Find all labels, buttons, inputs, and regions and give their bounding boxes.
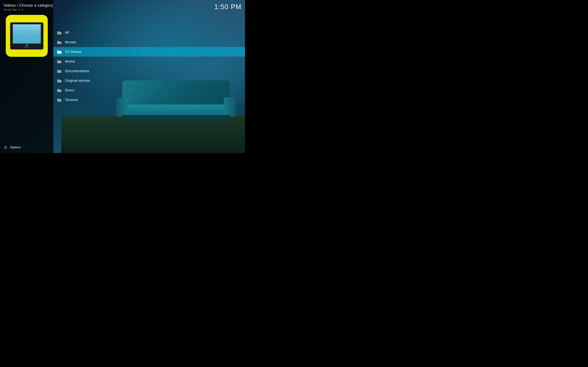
folder-icon-all [57,31,62,35]
menu-item-label-movies: Movies [65,40,76,44]
sidebar [0,0,53,153]
folder-icon-documentaries [57,69,62,73]
options-icon [3,145,8,150]
menu-item-anime[interactable]: Anime [53,57,245,66]
clock: 1:50 PM [214,3,242,11]
menu-item-movies[interactable]: Movies [53,37,245,47]
menu-item-label-documentaries: Documentaries [65,69,89,73]
monitor-outer [10,22,43,50]
menu-item-torrents[interactable]: Torrents [53,95,245,105]
header: Videos / Choose a category Sort by: Date… [0,0,245,13]
menu-item-original-version[interactable]: Original version [53,76,245,85]
monitor-dot [26,44,28,46]
dot-3 [28,47,29,48]
monitor-dots [25,47,29,48]
folder-icon-direct [57,88,62,92]
menu-item-label-direct: Direct [65,88,74,92]
svg-point-0 [5,147,6,148]
monitor-screen [13,24,41,43]
menu-item-label-original-version: Original version [65,79,90,83]
menu-list: .. All Movies TV Shows Anime Documentari… [53,0,245,153]
menu-item-direct[interactable]: Direct [53,85,245,95]
menu-item-label-torrents: Torrents [65,98,78,102]
folder-icon-torrents [57,98,62,102]
options-label: Options [10,146,21,149]
options-bar[interactable]: Options [3,145,21,150]
menu-item-label-tv-shows: TV Shows [65,50,81,54]
menu-item-label-anime: Anime [65,59,75,63]
plugin-icon [6,15,48,57]
menu-item-parent[interactable]: .. [53,19,245,28]
menu-item-tv-shows[interactable]: TV Shows [53,47,245,57]
folder-icon-tv-shows [57,50,62,54]
menu-item-documentaries[interactable]: Documentaries [53,66,245,76]
menu-item-all[interactable]: All [53,28,245,37]
dot-1 [25,47,26,48]
folder-icon-original-version [57,79,62,83]
sort-info: Sort by: Date · 3 / 8 [3,8,242,11]
folder-icon-movies [57,40,62,44]
page-title: Videos / Choose a category [3,3,242,8]
menu-item-label-all: All [65,31,69,35]
folder-icon-anime [57,60,62,63]
dot-2 [26,47,27,48]
menu-items-container: All Movies TV Shows Anime Documentaries … [53,28,245,105]
